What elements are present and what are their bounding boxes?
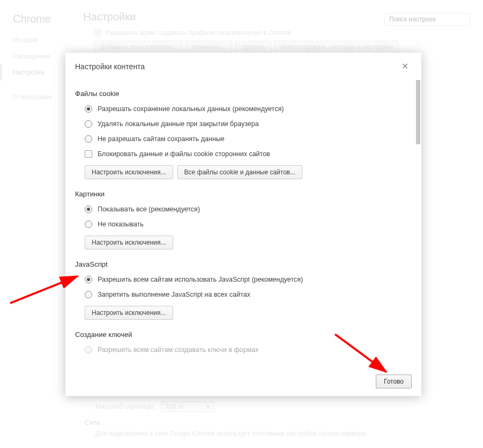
section-keys: Создание ключей Разрешить всем сайтам со…: [75, 331, 404, 354]
keys-opt-allow-label: Разрешить всем сайтам создавать ключи в …: [98, 346, 259, 354]
network-heading: Сеть: [85, 418, 470, 427]
cookies-block-third-party[interactable]: Блокировать данные и файлы cookie сторон…: [85, 150, 404, 158]
modal-title: Настройки контента: [75, 62, 398, 71]
radio-icon: [85, 120, 92, 128]
content-settings-modal: Настройки контента ✕ Файлы cookie Разреш…: [65, 53, 421, 396]
zoom-value: 100 %: [166, 403, 184, 410]
allow-profiles-checkbox[interactable]: [94, 30, 101, 36]
cookies-all-data-button[interactable]: Все файлы cookie и данные сайтов...: [177, 165, 303, 179]
images-heading: Картинки: [75, 190, 404, 198]
cookies-exceptions-button[interactable]: Настроить исключения...: [85, 165, 173, 179]
import-bookmarks-button[interactable]: Импортировать закладки и настройки: [274, 41, 399, 54]
cookies-opt-allow-label: Разрешать сохранение локальных данных (р…: [98, 105, 284, 113]
add-user-button[interactable]: Добавить пользователя...: [94, 41, 182, 54]
scrollbar-thumb[interactable]: [416, 80, 420, 144]
page-title: Настройки: [83, 11, 384, 23]
bg-users-section: Разрешить всем создавать профили пользов…: [94, 29, 470, 54]
done-button[interactable]: Готово: [376, 374, 412, 388]
radio-icon: [85, 276, 92, 283]
edit-user-button[interactable]: Изменить...: [185, 41, 232, 54]
keys-opt-allow[interactable]: Разрешить всем сайтам создавать ключи в …: [85, 346, 404, 354]
javascript-opt-block[interactable]: Запретить выполнение JavaScript на всех …: [85, 291, 404, 298]
delete-user-button[interactable]: Удалить: [235, 41, 272, 54]
zoom-label: Масштаб страницы:: [95, 403, 155, 410]
images-opt-hide[interactable]: Не показывать: [85, 221, 404, 228]
images-opt-hide-label: Не показывать: [98, 221, 144, 228]
scroll-down-icon[interactable]: ▾: [414, 368, 420, 369]
section-images: Картинки Показывать все (рекомендуется) …: [75, 190, 404, 249]
images-opt-show-label: Показывать все (рекомендуется): [98, 205, 200, 213]
javascript-opt-allow[interactable]: Разрешить всем сайтам использовать JavaS…: [85, 276, 404, 283]
radio-icon: [85, 135, 92, 143]
section-javascript: JavaScript Разрешить всем сайтам использ…: [75, 260, 404, 320]
cookies-block-third-label: Блокировать данные и файлы cookie сторон…: [98, 150, 270, 158]
radio-icon: [85, 291, 92, 298]
cookies-opt-delete-label: Удалять локальные данные при закрытии бр…: [98, 120, 259, 128]
zoom-select[interactable]: 100 % ▾: [161, 401, 214, 412]
allow-profiles-label: Разрешить всем создавать профили пользов…: [106, 29, 291, 36]
modal-scrollbar[interactable]: ▴ ▾: [414, 80, 420, 369]
sidebar-item-history[interactable]: История: [13, 32, 77, 48]
radio-icon: [85, 221, 92, 228]
cookies-opt-block-label: Не разрешать сайтам сохранять данные: [98, 135, 225, 143]
app-name: Chrome: [13, 13, 51, 25]
cookies-opt-allow[interactable]: Разрешать сохранение локальных данных (р…: [85, 105, 404, 113]
network-description: Для подключения к сети Google Chrome исп…: [95, 430, 470, 437]
javascript-heading: JavaScript: [75, 260, 404, 268]
images-exceptions-button[interactable]: Настроить исключения...: [85, 236, 173, 249]
cookies-opt-block[interactable]: Не разрешать сайтам сохранять данные: [85, 135, 404, 143]
cookies-opt-delete-on-close[interactable]: Удалять локальные данные при закрытии бр…: [85, 120, 404, 128]
keys-heading: Создание ключей: [75, 331, 404, 339]
checkbox-icon: [85, 150, 92, 158]
bg-lower-content: Масштаб страницы: 100 % ▾ Сеть Для подкл…: [85, 401, 470, 437]
cookies-heading: Файлы cookie: [75, 90, 404, 98]
images-opt-show-all[interactable]: Показывать все (рекомендуется): [85, 205, 404, 213]
close-icon[interactable]: ✕: [398, 60, 412, 72]
search-settings-input[interactable]: [384, 13, 470, 26]
chevron-down-icon: ▾: [206, 403, 210, 410]
radio-icon: [85, 105, 92, 113]
javascript-exceptions-button[interactable]: Настроить исключения...: [85, 306, 173, 320]
radio-icon: [85, 346, 92, 354]
section-cookies: Файлы cookie Разрешать сохранение локаль…: [75, 90, 404, 179]
javascript-opt-allow-label: Разрешить всем сайтам использовать JavaS…: [98, 276, 303, 283]
radio-icon: [85, 205, 92, 213]
modal-body: Файлы cookie Разрешать сохранение локаль…: [65, 78, 421, 369]
javascript-opt-block-label: Запретить выполнение JavaScript на всех …: [98, 291, 250, 298]
